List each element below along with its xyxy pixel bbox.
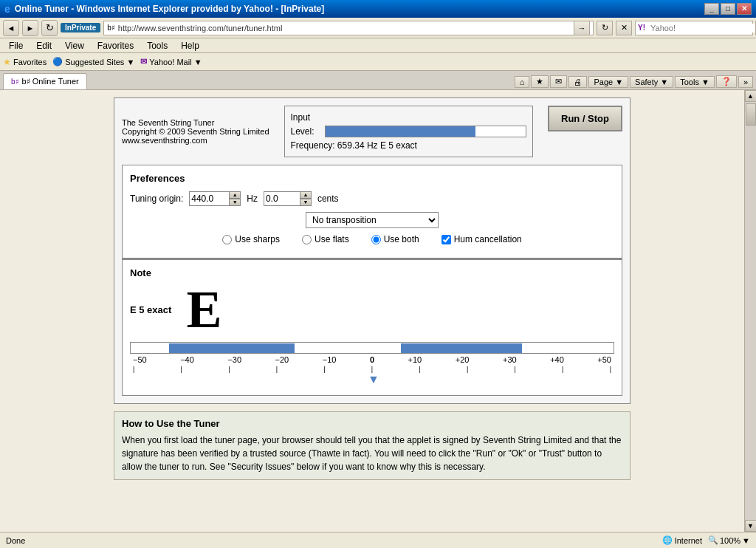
ie-logo: e xyxy=(4,3,10,15)
menu-view[interactable]: View xyxy=(59,40,90,52)
zoom-dropdown-icon[interactable]: ▼ xyxy=(742,536,750,545)
gauge-label-n20: −20 xyxy=(275,355,289,364)
transposition-select[interactable]: No transposition Transpose up 1 semitone… xyxy=(306,212,439,228)
address-icon: b♯ xyxy=(107,24,115,32)
input-section: Input Level: Frequency: 659.34 Hz E 5 ex… xyxy=(284,106,534,157)
tuning-up-button[interactable]: ▲ xyxy=(229,191,241,199)
use-flats-radio[interactable] xyxy=(302,235,312,244)
scroll-thumb[interactable] xyxy=(746,103,756,126)
tuner-logo: The Seventh String Tuner Copyright © 200… xyxy=(122,118,269,145)
back-button[interactable]: ◄ xyxy=(3,20,19,36)
mail-tool[interactable]: ✉ xyxy=(550,75,567,88)
menu-tools[interactable]: Tools xyxy=(141,40,173,52)
zoom-icon: 🔍 xyxy=(708,535,718,545)
hum-cancellation-label: Hum cancellation xyxy=(454,234,522,244)
tools-menu[interactable]: Tools ▼ xyxy=(675,76,715,88)
tab-label: b♯ Online Tuner xyxy=(22,77,79,86)
more-button[interactable]: » xyxy=(738,76,753,88)
close-button[interactable]: ✕ xyxy=(737,3,752,15)
cents-label: cents xyxy=(317,193,339,204)
tuning-origin-input[interactable] xyxy=(189,191,230,206)
gauge-indicator: ▼ xyxy=(368,373,379,386)
scroll-down-button[interactable]: ▼ xyxy=(745,520,757,532)
use-sharps-radio[interactable] xyxy=(222,235,232,244)
address-input[interactable] xyxy=(118,24,574,32)
favorites-button[interactable]: ★ Favorites xyxy=(3,57,47,67)
cents-input[interactable] xyxy=(264,191,300,206)
gauge-right-fill xyxy=(401,343,522,353)
use-both-option[interactable]: Use both xyxy=(371,234,419,244)
use-both-label: Use both xyxy=(384,234,419,244)
maximize-button[interactable]: □ xyxy=(721,3,735,15)
internet-label: Internet xyxy=(675,536,702,545)
scroll-up-button[interactable]: ▲ xyxy=(745,90,757,102)
minimize-button[interactable]: _ xyxy=(704,3,719,15)
refresh-button[interactable]: ↻ xyxy=(41,20,58,36)
forward-button[interactable]: ► xyxy=(22,20,38,36)
search-bar: Y! 🔍 xyxy=(635,21,753,35)
use-both-radio[interactable] xyxy=(371,235,381,244)
search-input[interactable] xyxy=(647,24,755,32)
favorites-tool[interactable]: ★ xyxy=(531,75,549,88)
menu-favorites[interactable]: Favorites xyxy=(92,40,140,52)
transposition-row: No transposition Transpose up 1 semitone… xyxy=(130,212,614,228)
tab-online-tuner[interactable]: b♯ b♯ Online Tuner xyxy=(3,73,87,89)
preferences-title: Preferences xyxy=(130,173,614,184)
gauge-left-fill xyxy=(169,343,295,353)
zoom-control[interactable]: 🔍 100% ▼ xyxy=(708,535,750,545)
refresh-action[interactable]: ↻ xyxy=(597,21,613,35)
help-button[interactable]: ❓ xyxy=(716,75,737,88)
gauge-label-p50: +50 xyxy=(597,355,611,364)
cents-down-button[interactable]: ▼ xyxy=(300,199,312,206)
gauge-label-p30: +30 xyxy=(503,355,517,364)
hum-cancellation-checkbox[interactable] xyxy=(441,235,451,244)
status-bar: Done 🌐 Internet 🔍 100% ▼ xyxy=(0,532,756,548)
tuning-down-button[interactable]: ▼ xyxy=(229,199,241,206)
tuning-gauge: −50 −40 −30 −20 −10 0 +10 +20 +30 +40 +5… xyxy=(130,342,614,388)
home-button[interactable]: ⌂ xyxy=(515,76,530,88)
cents-up-button[interactable]: ▲ xyxy=(300,191,312,199)
frequency-text: Frequency: 659.34 Hz E 5 exact xyxy=(291,140,527,151)
star-icon: ★ xyxy=(3,57,11,67)
gauge-labels: −50 −40 −30 −20 −10 0 +10 +20 +30 +40 +5… xyxy=(130,354,614,366)
yahoo-mail[interactable]: ✉ Yahoo! Mail ▼ xyxy=(140,57,202,66)
page-menu[interactable]: Page ▼ xyxy=(588,76,628,88)
hum-cancellation-option[interactable]: Hum cancellation xyxy=(441,234,522,244)
safety-menu[interactable]: Safety ▼ xyxy=(630,76,673,88)
tuner-website: www.seventhstring.com xyxy=(122,136,269,145)
cents-spinner: ▲ ▼ xyxy=(264,191,312,206)
page-content: The Seventh String Tuner Copyright © 200… xyxy=(0,90,744,532)
tuning-origin-spinner: ▲ ▼ xyxy=(189,191,241,206)
favorites-label: Favorites xyxy=(13,58,47,66)
preferences-section: Preferences Tuning origin: ▲ ▼ Hz xyxy=(122,165,622,258)
use-flats-option[interactable]: Use flats xyxy=(302,234,349,244)
status-done: Done xyxy=(6,536,25,545)
notation-row: Use sharps Use flats Use both Hum cancel… xyxy=(130,234,614,244)
status-right: 🌐 Internet 🔍 100% ▼ xyxy=(662,535,750,545)
nav-bar: ◄ ► ↻ InPrivate b♯ → ↻ ✕ Y! 🔍 xyxy=(0,18,756,38)
stop-action[interactable]: ✕ xyxy=(616,21,632,35)
yahoomail-label: Yahoo! Mail ▼ xyxy=(149,58,202,66)
internet-zone: 🌐 Internet xyxy=(662,535,702,545)
menu-edit[interactable]: Edit xyxy=(30,40,58,52)
go-button[interactable]: → xyxy=(574,21,590,35)
gauge-track xyxy=(130,342,614,354)
menu-help[interactable]: Help xyxy=(175,40,205,52)
gauge-label-n10: −10 xyxy=(323,355,337,364)
use-sharps-option[interactable]: Use sharps xyxy=(222,234,280,244)
tab-bar: b♯ b♯ Online Tuner ⌂ ★ ✉ 🖨 Page ▼ Safety… xyxy=(0,71,756,90)
level-bar-container xyxy=(325,126,527,137)
run-stop-button[interactable]: Run / Stop xyxy=(548,106,622,131)
address-bar[interactable]: b♯ → xyxy=(103,21,594,35)
tuner-header: The Seventh String Tuner Copyright © 200… xyxy=(122,106,622,157)
gauge-label-n30: −30 xyxy=(227,355,241,364)
tuning-origin-label: Tuning origin: xyxy=(130,193,183,204)
suggested-sites[interactable]: 🔵 Suggested Sites ▼ xyxy=(52,57,134,66)
gauge-label-n40: −40 xyxy=(180,355,194,364)
tuning-origin-row: Tuning origin: ▲ ▼ Hz ▲ ▼ xyxy=(130,191,614,206)
howto-title: How to Use the Tuner xyxy=(122,418,622,429)
tab-icon: b♯ xyxy=(11,78,19,86)
scrollbar[interactable]: ▲ ▼ xyxy=(744,90,756,532)
menu-file[interactable]: File xyxy=(3,40,29,52)
print-button[interactable]: 🖨 xyxy=(568,76,587,88)
